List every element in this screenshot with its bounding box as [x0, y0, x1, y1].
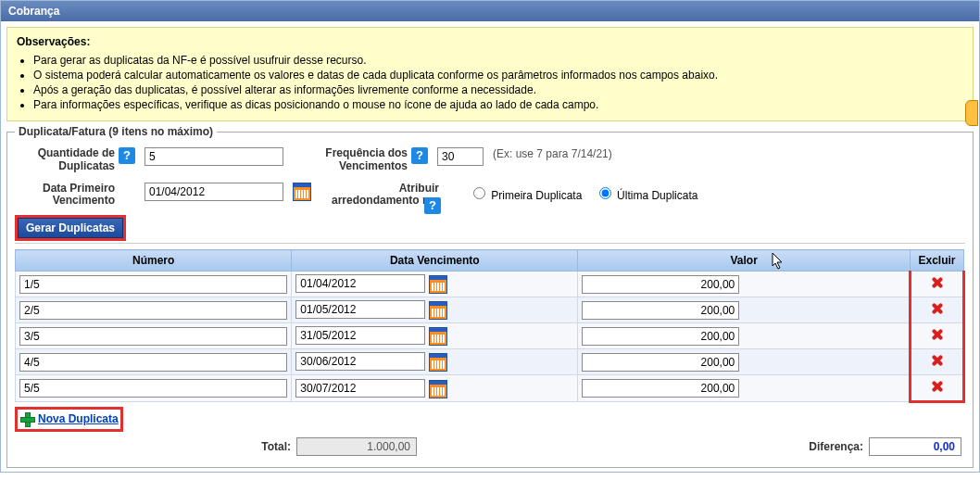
valor-input[interactable] — [582, 301, 739, 320]
freq-hint: (Ex: use 7 para 7/14/21) — [493, 147, 612, 160]
radio-ultima[interactable]: Última Duplicata — [595, 189, 698, 202]
obs-item: Para gerar as duplicatas da NF-e é possí… — [33, 54, 963, 67]
delete-icon[interactable] — [929, 274, 946, 291]
diferenca-label: Diferença: — [809, 440, 863, 453]
data-input[interactable] — [295, 326, 425, 345]
numero-input[interactable] — [19, 379, 287, 398]
numero-input[interactable] — [19, 353, 287, 372]
cobranca-window: Cobrança Observações: Para gerar as dupl… — [0, 0, 980, 473]
calendar-icon[interactable] — [429, 301, 447, 320]
help-icon[interactable]: ? — [119, 147, 135, 164]
obs-item: Para informações específicas, verifique … — [33, 98, 963, 111]
table-row — [16, 323, 964, 349]
calendar-icon[interactable] — [429, 327, 447, 346]
arredondamento-radios: Primeira Duplicata Última Duplicata — [469, 183, 707, 202]
help-bubble-icon[interactable] — [965, 100, 978, 126]
calendar-icon[interactable] — [429, 353, 447, 372]
radio-ultima-input[interactable] — [599, 187, 611, 199]
col-valor: Valor — [578, 250, 911, 272]
delete-icon[interactable] — [929, 378, 946, 395]
numero-input[interactable] — [19, 301, 287, 320]
valor-input[interactable] — [582, 275, 739, 294]
data-input[interactable] — [295, 379, 425, 398]
freq-venc-input[interactable] — [437, 147, 484, 166]
help-icon[interactable]: ? — [424, 197, 441, 214]
help-icon[interactable]: ? — [411, 147, 428, 164]
valor-input[interactable] — [582, 353, 739, 372]
diferenca-value: 0,00 — [869, 437, 961, 456]
total-label: Total: — [261, 440, 291, 453]
col-data: Data Vencimento — [292, 250, 578, 272]
delete-icon[interactable] — [929, 352, 946, 369]
col-numero: Número — [16, 250, 292, 272]
nova-duplicata-label: Nova Duplicata — [38, 412, 119, 425]
radio-primeira[interactable]: Primeira Duplicata — [469, 189, 582, 202]
duplicata-fieldset: Duplicata/Fatura (9 itens no máximo) Qua… — [6, 125, 974, 468]
gerar-duplicatas-button[interactable]: Gerar Duplicatas — [18, 218, 123, 238]
delete-icon[interactable] — [929, 300, 946, 317]
col-excluir: Excluir — [911, 250, 964, 272]
valor-input[interactable] — [582, 379, 739, 398]
obs-item: Após a geração das duplicatas, é possíve… — [33, 83, 963, 96]
table-row — [16, 349, 964, 375]
observacoes-panel: Observações: Para gerar as duplicatas da… — [6, 27, 974, 121]
data-input[interactable] — [295, 300, 425, 319]
data-input[interactable] — [295, 274, 425, 293]
delete-icon[interactable] — [929, 326, 946, 343]
calendar-icon[interactable] — [429, 275, 447, 294]
data-primeiro-label: Data Primeiro Vencimento — [15, 183, 119, 208]
valor-input[interactable] — [582, 327, 739, 346]
fieldset-legend: Duplicata/Fatura (9 itens no máximo) — [15, 125, 217, 138]
table-row — [16, 272, 964, 297]
duplicatas-table: Número Data Vencimento Valor Excluir — [15, 249, 965, 403]
table-row — [16, 297, 964, 323]
numero-input[interactable] — [19, 275, 287, 294]
numero-input[interactable] — [19, 327, 287, 346]
observacoes-list: Para gerar as duplicatas da NF-e é possí… — [33, 54, 963, 111]
obs-item: O sistema poderá calcular automaticament… — [33, 69, 963, 82]
data-primeiro-input[interactable] — [144, 183, 283, 201]
calendar-icon[interactable] — [293, 183, 311, 201]
qtd-duplicatas-label: Quantidade de Duplicatas — [15, 147, 119, 173]
plus-icon — [19, 411, 34, 426]
window-title: Cobrança — [1, 1, 979, 21]
freq-venc-label: Frequência dos Vencimentos — [319, 147, 411, 173]
nova-duplicata-link[interactable]: Nova Duplicata — [18, 410, 120, 428]
radio-primeira-input[interactable] — [473, 187, 485, 199]
observacoes-heading: Observações: — [17, 35, 90, 48]
qtd-duplicatas-input[interactable] — [144, 147, 283, 166]
calendar-icon[interactable] — [429, 380, 447, 398]
total-value: 1.000,00 — [296, 437, 417, 456]
table-row — [16, 375, 964, 402]
data-input[interactable] — [295, 352, 425, 371]
